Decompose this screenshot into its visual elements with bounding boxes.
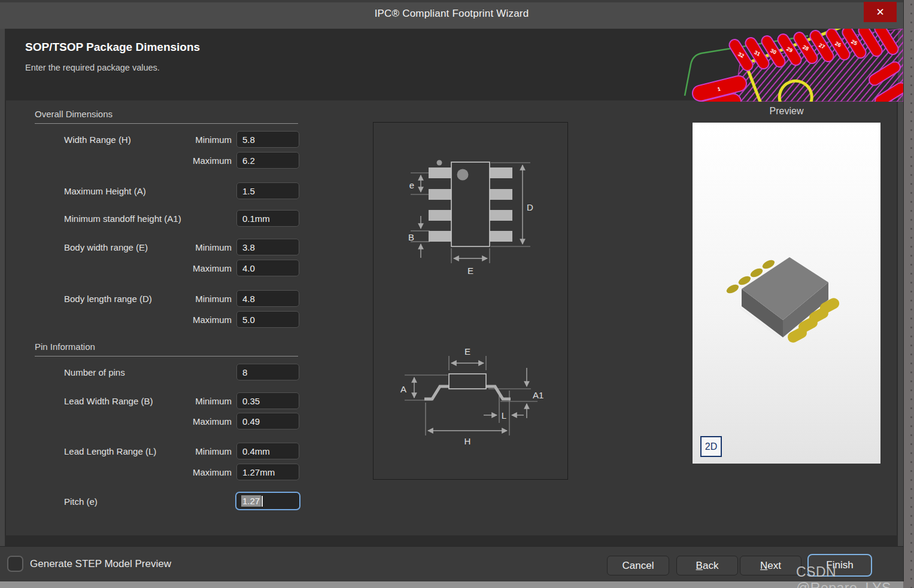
body-width-label: Body width range (E)	[64, 242, 148, 252]
body-length-max-input[interactable]	[236, 311, 299, 328]
window-title: IPC® Compliant Footprint Wizard	[0, 8, 903, 20]
generate-step-checkbox[interactable]	[7, 556, 23, 572]
section-pin-information: Pin Information	[35, 342, 298, 357]
width-range-label: Width Range (H)	[64, 135, 131, 145]
back-label: Back	[696, 560, 719, 572]
lead-length-label: Lead Length Range (L)	[64, 446, 156, 456]
2d-mode-label: 2D	[705, 441, 717, 452]
pitch-selected-text: 1.27	[241, 495, 261, 507]
maximum-label: Maximum	[168, 467, 232, 477]
maximum-label: Maximum	[168, 156, 232, 166]
package-diagram-panel: e B D E	[373, 122, 568, 480]
standoff-input[interactable]	[236, 210, 299, 227]
num-pins-input[interactable]	[236, 364, 299, 380]
body-length-label: Body length range (D)	[64, 294, 152, 304]
close-icon: ✕	[876, 6, 884, 19]
lead-width-min-input[interactable]	[236, 392, 299, 409]
watermark: CSDN @Reparo_LYS	[796, 564, 903, 588]
page-title: SOP/TSOP Package Dimensions	[25, 41, 200, 54]
pcb-footprint-artwork: 32 31 30 29 28 27 26 25 1	[682, 29, 903, 102]
body-width-max-input[interactable]	[236, 260, 299, 276]
lead-width-label: Lead Width Range (B)	[64, 396, 153, 406]
footprint-wizard-dialog: IPC® Compliant Footprint Wizard ✕ SOP/TS…	[0, 0, 904, 581]
lead-width-max-input[interactable]	[236, 413, 299, 429]
minimum-label: Minimum	[168, 396, 232, 406]
pitch-label: Pitch (e)	[64, 496, 98, 507]
lead-length-max-input[interactable]	[236, 464, 299, 480]
preview-title: Preview	[693, 106, 880, 117]
max-height-input[interactable]	[236, 182, 299, 199]
dim-label-B: B	[408, 232, 414, 242]
pitch-input[interactable]: 1.27	[235, 492, 300, 510]
maximum-label: Maximum	[168, 315, 232, 325]
minimum-label: Minimum	[168, 242, 232, 252]
dim-label-L: L	[502, 410, 506, 421]
dim-label-H: H	[464, 436, 471, 446]
dim-label-A1: A1	[533, 390, 543, 400]
chip-3d-render	[693, 123, 880, 464]
max-height-label: Maximum Height (A)	[64, 186, 146, 196]
minimum-label: Minimum	[168, 446, 232, 456]
dim-label-E-top: E	[467, 266, 473, 276]
dim-label-e: e	[409, 180, 414, 190]
section-overall-dimensions: Overall Dimensions	[35, 109, 298, 124]
cancel-label: Cancel	[623, 560, 654, 572]
standoff-label: Minimum standoff height (A1)	[64, 214, 181, 224]
dim-label-E-side: E	[464, 346, 470, 357]
generate-step-label: Generate STEP Model Preview	[30, 558, 171, 570]
width-max-input[interactable]	[236, 152, 299, 169]
pin1-dot	[437, 160, 442, 166]
back-button[interactable]: Back	[676, 556, 738, 575]
body-length-min-input[interactable]	[236, 290, 299, 307]
width-min-input[interactable]	[236, 131, 299, 148]
next-label: Next	[760, 560, 781, 572]
pin1-marker	[457, 169, 469, 181]
background-statusbar-strip	[0, 581, 903, 588]
cancel-button[interactable]: Cancel	[607, 556, 669, 575]
page-subtitle: Enter the required package values.	[25, 63, 160, 72]
package-diagram: e B D E	[374, 123, 567, 479]
next-button[interactable]: Next	[740, 556, 801, 575]
minimum-label: Minimum	[168, 294, 232, 304]
text-caret	[262, 496, 263, 507]
num-pins-label: Number of pins	[64, 367, 125, 377]
dim-label-D: D	[527, 202, 533, 212]
maximum-label: Maximum	[168, 263, 232, 273]
maximum-label: Maximum	[168, 416, 232, 426]
lead-length-min-input[interactable]	[236, 443, 299, 459]
body-width-min-input[interactable]	[236, 239, 299, 255]
preview-3d-viewport[interactable]: 2D	[693, 123, 880, 464]
2d-mode-button[interactable]: 2D	[700, 436, 722, 457]
minimum-label: Minimum	[168, 135, 232, 145]
dim-label-A: A	[400, 384, 406, 394]
close-button[interactable]: ✕	[864, 2, 897, 22]
